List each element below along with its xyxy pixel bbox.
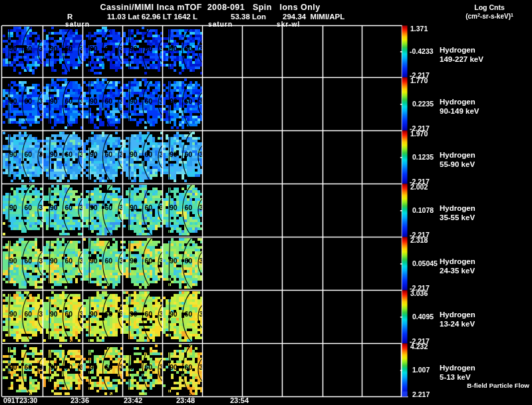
svg-text:90: 90 (170, 150, 178, 158)
svg-text:60: 60 (145, 310, 153, 318)
svg-text:13-24 keV: 13-24 keV (440, 320, 475, 328)
svg-text:60: 60 (145, 257, 153, 265)
svg-text:90: 90 (130, 203, 138, 211)
svg-text:90: 90 (170, 257, 178, 265)
svg-text:90-149 keV: 90-149 keV (440, 107, 479, 115)
svg-text:55-90 keV: 55-90 keV (440, 160, 475, 168)
svg-text:saturn: saturn (65, 21, 90, 28)
svg-text:60: 60 (105, 363, 113, 371)
svg-text:0.1235: 0.1235 (412, 153, 434, 161)
svg-text:90: 90 (50, 363, 58, 371)
svg-text:60: 60 (185, 203, 193, 211)
svg-text:11.03 Lat 62.96 LT 1642 L: 11.03 Lat 62.96 LT 1642 L (107, 13, 198, 21)
svg-text:90: 90 (130, 97, 138, 105)
svg-text:Hydrogen: Hydrogen (440, 257, 475, 265)
svg-text:60: 60 (25, 150, 33, 158)
svg-text:90: 90 (9, 45, 17, 53)
svg-text:1.970: 1.970 (410, 130, 428, 138)
svg-text:30: 30 (200, 257, 207, 265)
svg-text:90: 90 (130, 45, 138, 53)
svg-text:0.1078: 0.1078 (412, 206, 434, 214)
svg-text:4.232: 4.232 (410, 342, 428, 350)
svg-text:60: 60 (105, 150, 113, 158)
svg-text:23:42: 23:42 (124, 396, 142, 404)
svg-text:23:36: 23:36 (70, 396, 89, 404)
svg-text:90: 90 (170, 97, 178, 105)
svg-text:90: 90 (170, 363, 178, 371)
svg-text:90: 90 (9, 97, 17, 105)
svg-text:Hydrogen: Hydrogen (440, 151, 475, 159)
svg-text:90: 90 (90, 45, 98, 53)
svg-text:60: 60 (25, 45, 33, 53)
svg-text:60: 60 (25, 257, 33, 265)
svg-text:90: 90 (130, 257, 138, 265)
svg-text:90: 90 (9, 203, 17, 211)
svg-text:Log Cnts: Log Cnts (474, 3, 505, 11)
svg-text:24-35 keV: 24-35 keV (440, 267, 475, 275)
svg-text:90: 90 (90, 203, 98, 211)
svg-text:60: 60 (145, 97, 153, 105)
svg-text:60: 60 (25, 97, 33, 105)
svg-text:60: 60 (105, 310, 113, 318)
svg-text:90: 90 (90, 257, 98, 265)
svg-text:90: 90 (90, 97, 98, 105)
svg-text:60: 60 (185, 97, 193, 105)
svg-text:35-55 keV: 35-55 keV (440, 213, 475, 221)
svg-text:30: 30 (200, 363, 207, 371)
svg-text:60: 60 (145, 363, 153, 371)
svg-text:30: 30 (200, 203, 207, 211)
svg-text:149-227 keV: 149-227 keV (440, 55, 483, 63)
svg-text:60: 60 (185, 150, 193, 158)
svg-text:90: 90 (90, 150, 98, 158)
svg-text:30: 30 (200, 150, 207, 158)
svg-text:60: 60 (65, 257, 73, 265)
svg-text:90: 90 (130, 310, 138, 318)
svg-text:90: 90 (50, 203, 58, 211)
svg-text:60: 60 (145, 203, 153, 211)
svg-text:53.38 Lon: 53.38 Lon (231, 13, 266, 21)
svg-text:60: 60 (105, 97, 113, 105)
svg-text:60: 60 (25, 203, 33, 211)
svg-text:90: 90 (50, 310, 58, 318)
svg-text:60: 60 (145, 150, 153, 158)
svg-text:90: 90 (50, 257, 58, 265)
svg-text:-0.4233: -0.4233 (410, 47, 434, 55)
svg-text:Hydrogen: Hydrogen (440, 98, 475, 106)
svg-text:60: 60 (105, 257, 113, 265)
svg-text:90: 90 (170, 310, 178, 318)
svg-text:60: 60 (105, 45, 113, 53)
svg-text:30: 30 (200, 97, 207, 105)
svg-text:Hydrogen: Hydrogen (440, 46, 475, 54)
svg-text:2.002: 2.002 (410, 183, 428, 191)
svg-text:Cassini/MIMI Inca mTOF 2008-0: Cassini/MIMI Inca mTOF 2008-091 Spin Ion… (100, 3, 320, 12)
svg-text:30: 30 (200, 310, 207, 318)
svg-text:3.036: 3.036 (410, 289, 428, 297)
svg-text:60: 60 (65, 150, 73, 158)
svg-text:1.770: 1.770 (410, 76, 428, 84)
svg-text:Hydrogen: Hydrogen (440, 311, 475, 319)
svg-text:90: 90 (50, 45, 58, 53)
svg-text:60: 60 (185, 363, 193, 371)
svg-text:23:54: 23:54 (230, 396, 249, 404)
svg-text:0.4095: 0.4095 (412, 313, 434, 321)
svg-text:2.318: 2.318 (410, 236, 428, 244)
svg-text:R: R (67, 13, 73, 21)
svg-text:1.007: 1.007 (412, 366, 430, 374)
svg-text:60: 60 (25, 310, 33, 318)
svg-text:60: 60 (65, 45, 73, 53)
svg-text:60: 60 (105, 203, 113, 211)
svg-text:Hydrogen: Hydrogen (440, 364, 475, 372)
svg-text:60: 60 (185, 310, 193, 318)
svg-text:60: 60 (65, 203, 73, 211)
svg-text:60: 60 (185, 257, 193, 265)
svg-text:90: 90 (130, 150, 138, 158)
svg-text:30: 30 (200, 45, 207, 53)
svg-text:0.2235: 0.2235 (412, 100, 434, 108)
svg-text:90: 90 (50, 97, 58, 105)
svg-text:90: 90 (9, 257, 17, 265)
svg-text:60: 60 (65, 363, 73, 371)
svg-text:90: 90 (9, 150, 17, 158)
svg-text:2.217: 2.217 (412, 390, 430, 398)
svg-text:294.34 MIMI/APL: 294.34 MIMI/APL (283, 13, 344, 21)
svg-text:60: 60 (185, 45, 193, 53)
